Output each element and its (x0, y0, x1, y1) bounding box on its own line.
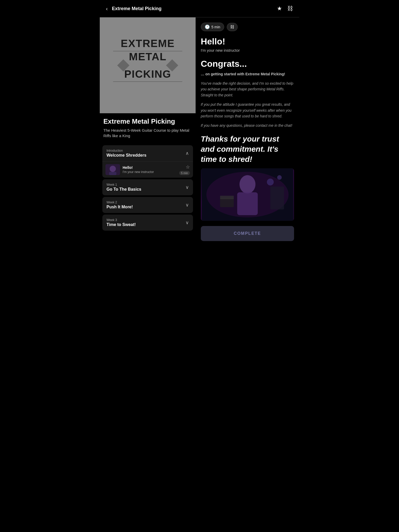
svg-text:PICKING: PICKING (124, 68, 171, 80)
section-header-week3[interactable]: Week 3 Time to Sweat! ∨ (102, 215, 193, 231)
lesson-thumbnail (105, 164, 120, 175)
svg-point-9 (110, 166, 116, 172)
badge-row: 🕐 5 min ⛓ (201, 23, 294, 31)
lesson-thumb-image (105, 164, 120, 175)
header-left: ‹ Extreme Metal Picking (105, 5, 162, 13)
share-button[interactable]: ⛓ (286, 4, 294, 13)
lesson-info: Hello! I'm your new instructor (123, 165, 177, 174)
left-panel: EXTREME METAL PICKING Extreme Metal Pick… (100, 17, 196, 267)
svg-rect-17 (270, 187, 284, 209)
section-header-text: Introduction Welcome Shredders (107, 149, 147, 158)
duration-text: 5 min (211, 25, 220, 29)
body-paragraph-2: If you put the attitude I guarantee you … (201, 102, 294, 119)
course-image: EXTREME METAL PICKING (100, 17, 196, 113)
course-subtitle: The Heaviest 5-Week Guitar Course to pla… (103, 128, 192, 138)
video-person-background (201, 168, 294, 221)
svg-rect-10 (109, 172, 116, 175)
course-info: Extreme Metal Picking The Heaviest 5-Wee… (100, 113, 196, 144)
greeting-subheading: I'm your new instructor (201, 48, 294, 52)
svg-point-19 (277, 175, 282, 180)
header: ‹ Extreme Metal Picking ★ ⛓ (100, 0, 299, 17)
congrats-heading: Congrats... (201, 59, 294, 69)
section-header-text-week2: Week 2 Push It More! (107, 201, 133, 209)
svg-text:EXTREME: EXTREME (121, 37, 175, 49)
section-list: Introduction Welcome Shredders ∧ (100, 145, 196, 237)
section-name-introduction: Welcome Shredders (107, 153, 147, 158)
clock-icon: 🕐 (205, 24, 210, 29)
section-label-week1: Week 1 (107, 183, 141, 187)
course-logo-svg: EXTREME METAL PICKING (107, 25, 188, 106)
chevron-down-icon-week2: ∨ (185, 202, 189, 208)
body-paragraph-1: You've made the right decision, and I'm … (201, 81, 294, 98)
svg-text:METAL: METAL (129, 51, 167, 63)
chevron-up-icon: ∧ (185, 150, 189, 156)
section-item-week3: Week 3 Time to Sweat! ∨ (102, 215, 193, 231)
congrats-sub: … on getting started with Extreme Metal … (201, 71, 294, 77)
header-right: ★ ⛓ (276, 4, 294, 13)
lesson-right: ☆ 5 min (179, 164, 190, 175)
main-content: EXTREME METAL PICKING Extreme Metal Pick… (100, 17, 299, 267)
link-button[interactable]: ⛓ (227, 23, 238, 31)
section-item-week1: Week 1 Go To The Basics ∨ (102, 179, 193, 195)
favorite-button[interactable]: ★ (276, 4, 283, 13)
section-label-introduction: Introduction (107, 149, 147, 152)
duration-badge: 🕐 5 min (201, 23, 224, 31)
section-header-text-week1: Week 1 Go To The Basics (107, 183, 141, 192)
svg-rect-16 (220, 196, 234, 199)
lesson-subtitle-hello: I'm your new instructor (123, 170, 177, 174)
video-preview[interactable]: ▶ (201, 168, 294, 221)
section-name-week2: Push It More! (107, 205, 133, 209)
svg-point-13 (240, 175, 256, 193)
right-panel: 🕐 5 min ⛓ Hello! I'm your new instructor… (196, 17, 299, 267)
lesson-item-hello[interactable]: Hello! I'm your new instructor ☆ 5 min (102, 161, 193, 178)
section-item-week2: Week 2 Push It More! ∨ (102, 197, 193, 213)
section-header-text-week3: Week 3 Time to Sweat! (107, 218, 136, 227)
back-button[interactable]: ‹ (105, 5, 109, 13)
section-header-introduction[interactable]: Introduction Welcome Shredders ∧ (102, 145, 193, 161)
svg-point-18 (267, 178, 274, 185)
chevron-down-icon-week1: ∨ (185, 184, 189, 190)
complete-button[interactable]: COMPLETE (201, 226, 294, 241)
header-title: Extreme Metal Picking (112, 6, 162, 11)
lesson-star-icon[interactable]: ☆ (186, 164, 190, 170)
chevron-down-icon-week3: ∨ (185, 220, 189, 225)
svg-rect-14 (237, 192, 258, 215)
section-header-week1[interactable]: Week 1 Go To The Basics ∨ (102, 179, 193, 195)
section-name-week1: Go To The Basics (107, 187, 141, 192)
section-item-introduction: Introduction Welcome Shredders ∧ (102, 145, 193, 178)
section-name-week3: Time to Sweat! (107, 222, 136, 227)
trust-heading: Thanks for your trust and commitment. It… (201, 134, 294, 164)
body-paragraph-3: If you have any questions, please contac… (201, 123, 294, 128)
lesson-title-hello: Hello! (123, 165, 177, 170)
course-title: Extreme Metal Picking (103, 117, 192, 125)
lesson-duration: 5 min (179, 171, 190, 175)
video-background-svg (201, 168, 294, 221)
section-label-week2: Week 2 (107, 201, 133, 204)
section-label-week3: Week 3 (107, 218, 136, 222)
section-header-week2[interactable]: Week 2 Push It More! ∨ (102, 197, 193, 213)
greeting-heading: Hello! (201, 36, 294, 46)
svg-rect-15 (220, 198, 234, 207)
